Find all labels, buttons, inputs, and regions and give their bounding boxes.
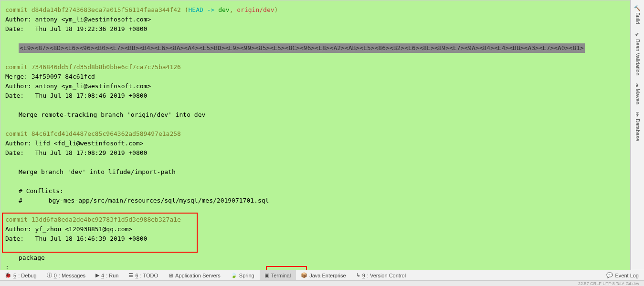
database-icon: 🗄 [635, 112, 641, 117]
git-body-line: Merge branch 'dev' into lifude/import-pa… [19, 167, 625, 177]
git-author-line: Author: yf_zhou <120938851@qq.com> [5, 225, 625, 234]
tab-todo[interactable]: ☰6: TODO [124, 270, 163, 280]
tab-debug[interactable]: 🐞5: Debug [0, 270, 42, 280]
play-icon: ▶ [95, 272, 99, 278]
sidebar-tab-build[interactable]: 🔨Build [634, 1, 641, 28]
git-log-line: commit 84c61fcd41d4487ec85c964362ad58949… [5, 129, 625, 139]
bug-icon: 🐞 [5, 272, 11, 278]
git-author-line: Author: lifd <fd_li@westinfosoft.com> [5, 139, 625, 148]
tab-terminal[interactable]: ▣Terminal [260, 270, 296, 280]
spring-icon: 🍃 [231, 272, 237, 278]
bean-icon: ✔ [634, 31, 641, 38]
terminal-icon: ▣ [264, 272, 269, 278]
sidebar-tab-maven[interactable]: mMaven [635, 80, 641, 109]
git-date-line: Date: Thu Jul 18 19:22:36 2019 +0800 [5, 24, 625, 34]
bottom-tool-bar: 🐞5: Debug ⓘ0: Messages ▶4: Run ☰6: TODO … [0, 270, 644, 280]
git-body-line: # Conflicts: [19, 186, 625, 196]
git-log-line: commit d84da14bf2743683eca7a015f56114faa… [5, 5, 625, 15]
git-date-line: Date: Thu Jul 18 16:46:39 2019 +0800 [5, 234, 625, 244]
sidebar-tab-bean-validation[interactable]: ✔Bean Validation [634, 28, 641, 79]
git-body-line: package [19, 253, 625, 263]
git-author-line: Author: antony <ym_li@westinfosoft.com> [5, 15, 625, 24]
event-log-icon: 💬 [606, 272, 613, 278]
status-bar: 22:57 CRLF UTF-8 Tab* Git:dev [0, 280, 644, 286]
todo-icon: ☰ [128, 272, 133, 278]
git-date-line: Date: Thu Jul 18 17:08:29 2019 +0800 [5, 148, 625, 158]
tab-run[interactable]: ▶4: Run [91, 270, 124, 280]
vcs-icon: ↳ [356, 272, 360, 278]
git-author-line: Author: antony <ym_li@westinfosoft.com> [5, 82, 625, 91]
hammer-icon: 🔨 [634, 5, 641, 11]
tab-java-enterprise[interactable]: 📦Java Enterprise [296, 270, 351, 280]
git-body-line: # bgy-mes-app/src/main/resources/sql/mys… [19, 196, 625, 205]
tab-messages[interactable]: ⓘ0: Messages [42, 270, 91, 280]
info-icon: ⓘ [47, 272, 52, 279]
git-log-line: commit 13dd6fa8eda2de4bc92783f1d5d3e988e… [5, 215, 625, 225]
git-merge-line: Merge: 34f59097 84c61fcd [5, 72, 625, 82]
git-body-line: Merge remote-tracking branch 'origin/dev… [19, 110, 625, 120]
tab-spring[interactable]: 🍃Spring [226, 270, 260, 280]
git-log-line: commit 7346846dd5f7d35d8b8b0bbe6cf7ca7c7… [5, 62, 625, 72]
selected-text-line: <E9><87><8D><E6><96><B0><E7><BB><B4><E6>… [5, 43, 625, 53]
status-text: 22:57 CRLF UTF-8 Tab* Git:dev [578, 281, 639, 286]
terminal-output[interactable]: commit d84da14bf2743683eca7a015f56114faa… [0, 0, 631, 272]
right-tool-strip: 🔨Build ✔Bean Validation mMaven 🗄Database [631, 0, 644, 272]
sidebar-tab-database[interactable]: 🗄Database [635, 108, 641, 145]
git-date-line: Date: Thu Jul 18 17:08:46 2019 +0800 [5, 91, 625, 101]
tab-event-log[interactable]: 💬Event Log [602, 270, 644, 280]
tab-application-servers[interactable]: 🖥Application Servers [163, 270, 226, 280]
server-icon: 🖥 [168, 273, 173, 278]
tab-version-control[interactable]: ↳9: Version Control [351, 270, 411, 280]
maven-icon: m [635, 83, 641, 88]
java-icon: 📦 [301, 272, 307, 278]
